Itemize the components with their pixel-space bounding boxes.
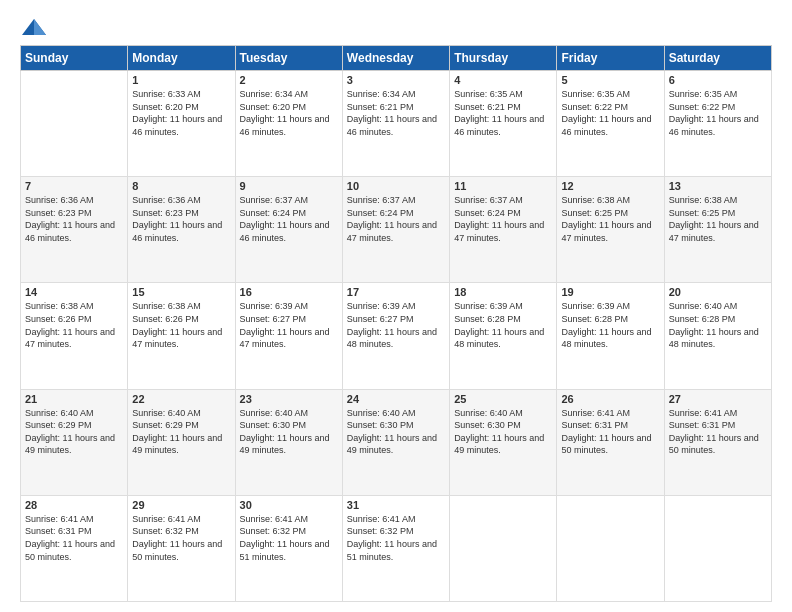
- header: [20, 16, 772, 37]
- calendar-cell: 16Sunrise: 6:39 AM Sunset: 6:27 PM Dayli…: [235, 283, 342, 389]
- day-info: Sunrise: 6:39 AM Sunset: 6:28 PM Dayligh…: [454, 300, 552, 350]
- calendar-cell: 13Sunrise: 6:38 AM Sunset: 6:25 PM Dayli…: [664, 177, 771, 283]
- week-row-5: 28Sunrise: 6:41 AM Sunset: 6:31 PM Dayli…: [21, 495, 772, 601]
- calendar-cell: [21, 71, 128, 177]
- day-info: Sunrise: 6:35 AM Sunset: 6:22 PM Dayligh…: [561, 88, 659, 138]
- calendar-cell: 2Sunrise: 6:34 AM Sunset: 6:20 PM Daylig…: [235, 71, 342, 177]
- calendar-cell: 21Sunrise: 6:40 AM Sunset: 6:29 PM Dayli…: [21, 389, 128, 495]
- day-info: Sunrise: 6:37 AM Sunset: 6:24 PM Dayligh…: [347, 194, 445, 244]
- day-number: 4: [454, 74, 552, 86]
- week-row-3: 14Sunrise: 6:38 AM Sunset: 6:26 PM Dayli…: [21, 283, 772, 389]
- day-number: 19: [561, 286, 659, 298]
- week-row-2: 7Sunrise: 6:36 AM Sunset: 6:23 PM Daylig…: [21, 177, 772, 283]
- day-info: Sunrise: 6:34 AM Sunset: 6:20 PM Dayligh…: [240, 88, 338, 138]
- day-number: 7: [25, 180, 123, 192]
- calendar-cell: 25Sunrise: 6:40 AM Sunset: 6:30 PM Dayli…: [450, 389, 557, 495]
- logo-icon: [20, 17, 48, 37]
- calendar-cell: 10Sunrise: 6:37 AM Sunset: 6:24 PM Dayli…: [342, 177, 449, 283]
- day-info: Sunrise: 6:38 AM Sunset: 6:26 PM Dayligh…: [132, 300, 230, 350]
- calendar-cell: 12Sunrise: 6:38 AM Sunset: 6:25 PM Dayli…: [557, 177, 664, 283]
- calendar-cell: 3Sunrise: 6:34 AM Sunset: 6:21 PM Daylig…: [342, 71, 449, 177]
- calendar-cell: 22Sunrise: 6:40 AM Sunset: 6:29 PM Dayli…: [128, 389, 235, 495]
- calendar-cell: 7Sunrise: 6:36 AM Sunset: 6:23 PM Daylig…: [21, 177, 128, 283]
- day-number: 13: [669, 180, 767, 192]
- calendar-cell: [664, 495, 771, 601]
- day-number: 5: [561, 74, 659, 86]
- day-info: Sunrise: 6:40 AM Sunset: 6:30 PM Dayligh…: [240, 407, 338, 457]
- calendar-cell: 8Sunrise: 6:36 AM Sunset: 6:23 PM Daylig…: [128, 177, 235, 283]
- day-info: Sunrise: 6:41 AM Sunset: 6:31 PM Dayligh…: [25, 513, 123, 563]
- calendar-cell: 30Sunrise: 6:41 AM Sunset: 6:32 PM Dayli…: [235, 495, 342, 601]
- calendar-cell: 27Sunrise: 6:41 AM Sunset: 6:31 PM Dayli…: [664, 389, 771, 495]
- day-info: Sunrise: 6:40 AM Sunset: 6:30 PM Dayligh…: [454, 407, 552, 457]
- day-number: 29: [132, 499, 230, 511]
- calendar-cell: [557, 495, 664, 601]
- day-info: Sunrise: 6:40 AM Sunset: 6:30 PM Dayligh…: [347, 407, 445, 457]
- calendar-cell: 6Sunrise: 6:35 AM Sunset: 6:22 PM Daylig…: [664, 71, 771, 177]
- calendar-cell: 23Sunrise: 6:40 AM Sunset: 6:30 PM Dayli…: [235, 389, 342, 495]
- day-info: Sunrise: 6:37 AM Sunset: 6:24 PM Dayligh…: [454, 194, 552, 244]
- day-number: 26: [561, 393, 659, 405]
- weekday-wednesday: Wednesday: [342, 46, 449, 71]
- day-number: 6: [669, 74, 767, 86]
- page: SundayMondayTuesdayWednesdayThursdayFrid…: [0, 0, 792, 612]
- day-number: 27: [669, 393, 767, 405]
- day-info: Sunrise: 6:36 AM Sunset: 6:23 PM Dayligh…: [25, 194, 123, 244]
- calendar-table: SundayMondayTuesdayWednesdayThursdayFrid…: [20, 45, 772, 602]
- calendar-cell: 11Sunrise: 6:37 AM Sunset: 6:24 PM Dayli…: [450, 177, 557, 283]
- day-info: Sunrise: 6:39 AM Sunset: 6:28 PM Dayligh…: [561, 300, 659, 350]
- day-info: Sunrise: 6:39 AM Sunset: 6:27 PM Dayligh…: [347, 300, 445, 350]
- calendar-cell: 20Sunrise: 6:40 AM Sunset: 6:28 PM Dayli…: [664, 283, 771, 389]
- calendar-cell: 14Sunrise: 6:38 AM Sunset: 6:26 PM Dayli…: [21, 283, 128, 389]
- day-number: 18: [454, 286, 552, 298]
- day-number: 12: [561, 180, 659, 192]
- day-info: Sunrise: 6:39 AM Sunset: 6:27 PM Dayligh…: [240, 300, 338, 350]
- day-info: Sunrise: 6:41 AM Sunset: 6:31 PM Dayligh…: [561, 407, 659, 457]
- day-number: 24: [347, 393, 445, 405]
- calendar-cell: [450, 495, 557, 601]
- weekday-friday: Friday: [557, 46, 664, 71]
- day-info: Sunrise: 6:35 AM Sunset: 6:21 PM Dayligh…: [454, 88, 552, 138]
- svg-marker-1: [34, 19, 46, 35]
- calendar-cell: 1Sunrise: 6:33 AM Sunset: 6:20 PM Daylig…: [128, 71, 235, 177]
- day-info: Sunrise: 6:38 AM Sunset: 6:26 PM Dayligh…: [25, 300, 123, 350]
- day-info: Sunrise: 6:35 AM Sunset: 6:22 PM Dayligh…: [669, 88, 767, 138]
- day-info: Sunrise: 6:41 AM Sunset: 6:32 PM Dayligh…: [347, 513, 445, 563]
- day-number: 15: [132, 286, 230, 298]
- calendar-cell: 18Sunrise: 6:39 AM Sunset: 6:28 PM Dayli…: [450, 283, 557, 389]
- calendar-cell: 17Sunrise: 6:39 AM Sunset: 6:27 PM Dayli…: [342, 283, 449, 389]
- day-info: Sunrise: 6:36 AM Sunset: 6:23 PM Dayligh…: [132, 194, 230, 244]
- calendar-cell: 9Sunrise: 6:37 AM Sunset: 6:24 PM Daylig…: [235, 177, 342, 283]
- calendar-cell: 28Sunrise: 6:41 AM Sunset: 6:31 PM Dayli…: [21, 495, 128, 601]
- day-number: 30: [240, 499, 338, 511]
- day-number: 20: [669, 286, 767, 298]
- day-number: 16: [240, 286, 338, 298]
- day-info: Sunrise: 6:34 AM Sunset: 6:21 PM Dayligh…: [347, 88, 445, 138]
- calendar-cell: 26Sunrise: 6:41 AM Sunset: 6:31 PM Dayli…: [557, 389, 664, 495]
- day-number: 9: [240, 180, 338, 192]
- day-info: Sunrise: 6:33 AM Sunset: 6:20 PM Dayligh…: [132, 88, 230, 138]
- day-info: Sunrise: 6:37 AM Sunset: 6:24 PM Dayligh…: [240, 194, 338, 244]
- day-number: 1: [132, 74, 230, 86]
- calendar-cell: 5Sunrise: 6:35 AM Sunset: 6:22 PM Daylig…: [557, 71, 664, 177]
- day-info: Sunrise: 6:38 AM Sunset: 6:25 PM Dayligh…: [561, 194, 659, 244]
- calendar-cell: 29Sunrise: 6:41 AM Sunset: 6:32 PM Dayli…: [128, 495, 235, 601]
- calendar-cell: 15Sunrise: 6:38 AM Sunset: 6:26 PM Dayli…: [128, 283, 235, 389]
- day-info: Sunrise: 6:41 AM Sunset: 6:32 PM Dayligh…: [132, 513, 230, 563]
- day-info: Sunrise: 6:40 AM Sunset: 6:28 PM Dayligh…: [669, 300, 767, 350]
- week-row-1: 1Sunrise: 6:33 AM Sunset: 6:20 PM Daylig…: [21, 71, 772, 177]
- day-number: 21: [25, 393, 123, 405]
- day-number: 3: [347, 74, 445, 86]
- day-number: 28: [25, 499, 123, 511]
- calendar-cell: 24Sunrise: 6:40 AM Sunset: 6:30 PM Dayli…: [342, 389, 449, 495]
- calendar-cell: 4Sunrise: 6:35 AM Sunset: 6:21 PM Daylig…: [450, 71, 557, 177]
- day-info: Sunrise: 6:41 AM Sunset: 6:32 PM Dayligh…: [240, 513, 338, 563]
- day-number: 17: [347, 286, 445, 298]
- weekday-monday: Monday: [128, 46, 235, 71]
- week-row-4: 21Sunrise: 6:40 AM Sunset: 6:29 PM Dayli…: [21, 389, 772, 495]
- weekday-thursday: Thursday: [450, 46, 557, 71]
- day-number: 11: [454, 180, 552, 192]
- calendar-cell: 19Sunrise: 6:39 AM Sunset: 6:28 PM Dayli…: [557, 283, 664, 389]
- day-number: 23: [240, 393, 338, 405]
- calendar-cell: 31Sunrise: 6:41 AM Sunset: 6:32 PM Dayli…: [342, 495, 449, 601]
